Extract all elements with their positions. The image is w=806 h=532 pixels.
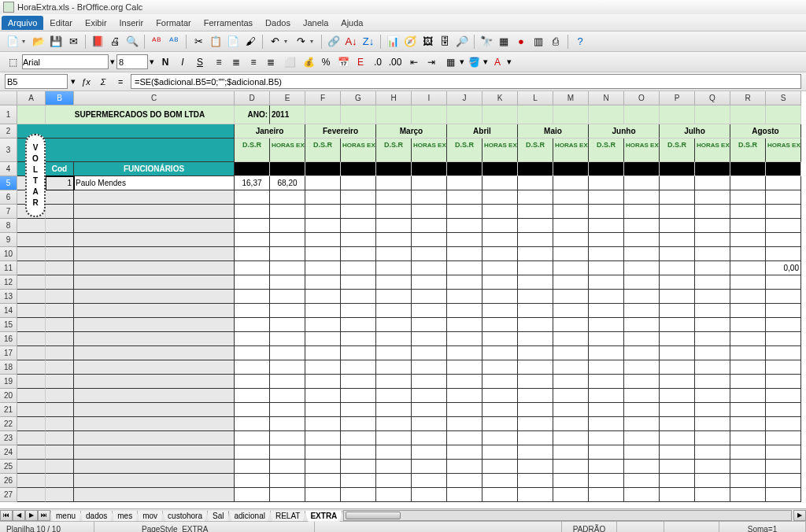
styles-icon[interactable]: ⬚ bbox=[5, 54, 20, 70]
func-header[interactable]: FUNCIONÁRIOS bbox=[74, 162, 235, 176]
dsr-header[interactable]: D.S.R bbox=[305, 139, 341, 162]
spellcheck-icon[interactable]: ᴬᴮ bbox=[149, 34, 165, 50]
print-area-icon[interactable]: ⎙ bbox=[548, 34, 564, 50]
sort-asc-icon[interactable]: A↓ bbox=[343, 34, 359, 50]
col-header-L[interactable]: L bbox=[518, 91, 553, 105]
merge-icon[interactable]: ⬜ bbox=[282, 54, 298, 70]
row-header-17[interactable]: 17 bbox=[0, 346, 17, 360]
month-Junho[interactable]: Junho bbox=[589, 124, 660, 139]
sheet-tab-EXTRA[interactable]: EXTRA bbox=[305, 511, 342, 522]
company-name[interactable]: SUPERMERCADOS DO BOM LTDA bbox=[46, 105, 235, 124]
menu-ferramentas[interactable]: Ferramentas bbox=[198, 16, 259, 30]
new-icon[interactable]: 📄 bbox=[5, 34, 20, 50]
find-icon[interactable]: 🔭 bbox=[479, 34, 494, 50]
horas-header[interactable]: HORAS EXTRAS bbox=[624, 139, 660, 162]
month-Julho[interactable]: Julho bbox=[660, 124, 730, 139]
headers-icon[interactable]: ▦ bbox=[496, 34, 512, 50]
undo-icon[interactable]: ↶ bbox=[267, 34, 283, 50]
row-header-10[interactable]: 10 bbox=[0, 247, 17, 261]
indent-dec-icon[interactable]: ⇤ bbox=[406, 54, 422, 70]
chart-icon[interactable]: 📊 bbox=[385, 34, 401, 50]
sheet-tab-mes[interactable]: mes bbox=[112, 511, 138, 522]
indent-inc-icon[interactable]: ⇥ bbox=[423, 54, 439, 70]
col-header-C[interactable]: C bbox=[74, 91, 235, 105]
grid-icon[interactable]: ▥ bbox=[531, 34, 546, 50]
col-header-P[interactable]: P bbox=[660, 91, 695, 105]
col-header-G[interactable]: G bbox=[341, 91, 376, 105]
month-Agosto[interactable]: Agosto bbox=[730, 124, 801, 139]
scroll-right-icon[interactable]: ▶ bbox=[793, 510, 806, 521]
menu-exibir[interactable]: Exibir bbox=[79, 16, 113, 30]
tab-next-icon[interactable]: ▶ bbox=[25, 510, 38, 521]
col-header-F[interactable]: F bbox=[305, 91, 341, 105]
dsr-header[interactable]: D.S.R bbox=[376, 139, 412, 162]
help-icon[interactable]: ? bbox=[572, 34, 588, 50]
sheet-tab-Sal[interactable]: Sal bbox=[207, 511, 229, 522]
exp-icon[interactable]: E bbox=[353, 54, 368, 70]
equals-icon[interactable]: = bbox=[113, 75, 128, 89]
row-header-19[interactable]: 19 bbox=[0, 375, 17, 389]
row-header-2[interactable]: 2 bbox=[0, 124, 17, 139]
row-header-11[interactable]: 11 bbox=[0, 261, 17, 275]
col-header-I[interactable]: I bbox=[412, 91, 447, 105]
horas-header[interactable]: HORAS EXTRAS bbox=[695, 139, 730, 162]
col-header-R[interactable]: R bbox=[730, 91, 766, 105]
dsr-header[interactable]: D.S.R bbox=[730, 139, 766, 162]
open-icon[interactable]: 📂 bbox=[31, 34, 46, 50]
horas-header[interactable]: HORAS EXTRAS bbox=[766, 139, 801, 162]
date-icon[interactable]: 📅 bbox=[335, 54, 351, 70]
menu-ajuda[interactable]: Ajuda bbox=[335, 16, 369, 30]
redo-icon[interactable]: ↷ bbox=[293, 34, 309, 50]
row-header-14[interactable]: 14 bbox=[0, 304, 17, 318]
menu-editar[interactable]: Editar bbox=[43, 16, 79, 30]
row-header-24[interactable]: 24 bbox=[0, 445, 17, 460]
row-header-4[interactable]: 4 bbox=[0, 162, 17, 176]
record-icon[interactable]: ● bbox=[513, 34, 529, 50]
dsr-header[interactable]: D.S.R bbox=[660, 139, 695, 162]
horas-header[interactable]: HORAS EXTRAS bbox=[341, 139, 376, 162]
col-header-A[interactable]: A bbox=[17, 91, 46, 105]
row-header-3[interactable]: 3 bbox=[0, 139, 17, 162]
save-icon[interactable]: 💾 bbox=[48, 34, 64, 50]
row-header-1[interactable]: 1 bbox=[0, 105, 17, 124]
row-header-26[interactable]: 26 bbox=[0, 474, 17, 488]
italic-button[interactable]: I bbox=[175, 54, 190, 70]
menu-janela[interactable]: Janela bbox=[297, 16, 335, 30]
col-header-B[interactable]: B bbox=[46, 91, 74, 105]
tab-prev-icon[interactable]: ◀ bbox=[13, 510, 25, 521]
bgcolor-icon[interactable]: 🪣 bbox=[466, 54, 482, 70]
sheet-tab-mov[interactable]: mov bbox=[137, 511, 163, 522]
sheet-tab-RELAT[interactable]: RELAT bbox=[270, 511, 306, 522]
currency-icon[interactable]: 💰 bbox=[301, 54, 316, 70]
row-header-5[interactable]: 5 bbox=[0, 176, 17, 190]
dsr-header[interactable]: D.S.R bbox=[589, 139, 624, 162]
row-header-13[interactable]: 13 bbox=[0, 290, 17, 304]
sum-icon[interactable]: Σ bbox=[96, 75, 110, 89]
month-Maio[interactable]: Maio bbox=[518, 124, 589, 139]
align-justify-icon[interactable]: ≣ bbox=[263, 54, 279, 70]
nome-cell[interactable]: Paulo Mendes bbox=[74, 176, 235, 190]
email-icon[interactable]: ✉ bbox=[65, 34, 81, 50]
sheet-tab-adicional[interactable]: adicional bbox=[228, 511, 270, 522]
dsr-header[interactable]: D.S.R bbox=[235, 139, 270, 162]
insert-mode[interactable]: PADRÃO bbox=[562, 522, 617, 532]
dsr-header[interactable]: D.S.R bbox=[518, 139, 553, 162]
sheet-tab-custohora[interactable]: custohora bbox=[162, 511, 208, 522]
horas-header[interactable]: HORAS EXTRAS bbox=[482, 139, 518, 162]
col-header-N[interactable]: N bbox=[589, 91, 624, 105]
month-Abril[interactable]: Abril bbox=[447, 124, 518, 139]
autospell-icon[interactable]: ᴬᴮ bbox=[166, 34, 182, 50]
row-header-16[interactable]: 16 bbox=[0, 332, 17, 346]
horizontal-scrollbar[interactable] bbox=[343, 510, 792, 521]
menu-dados[interactable]: Dados bbox=[259, 16, 297, 30]
row-header-12[interactable]: 12 bbox=[0, 275, 17, 290]
name-box[interactable] bbox=[5, 74, 68, 89]
col-header-Q[interactable]: Q bbox=[695, 91, 730, 105]
copy-icon[interactable]: 📋 bbox=[208, 34, 224, 50]
sort-desc-icon[interactable]: Z↓ bbox=[360, 34, 376, 50]
align-right-icon[interactable]: ≡ bbox=[246, 54, 261, 70]
menu-arquivo[interactable]: Arquivo bbox=[2, 16, 43, 30]
col-header-E[interactable]: E bbox=[270, 91, 305, 105]
navigator-icon[interactable]: 🧭 bbox=[402, 34, 418, 50]
zoom-icon[interactable]: 🔎 bbox=[454, 34, 470, 50]
